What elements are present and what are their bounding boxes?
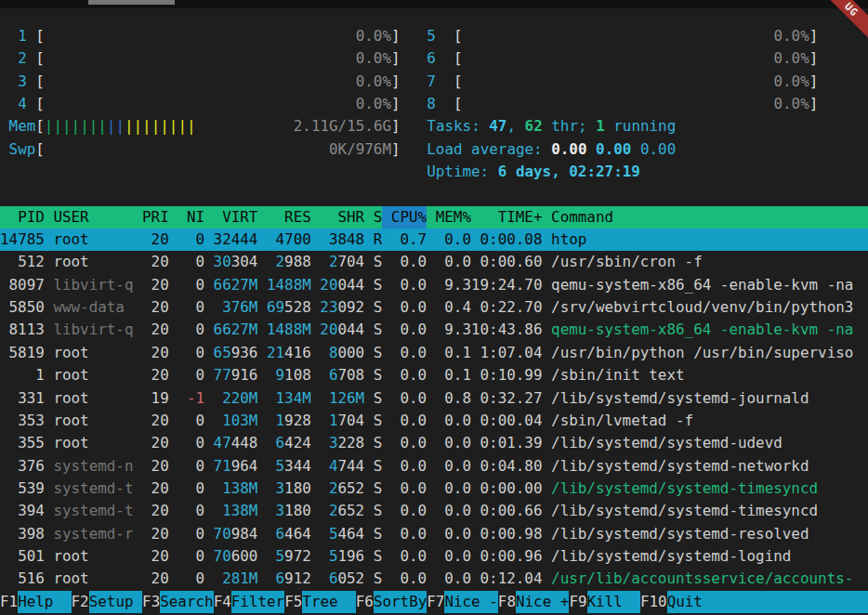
process-row-pid-512[interactable]: 512root2003030429882704S0.00.00:00.60/us…	[0, 251, 868, 273]
column-header-time[interactable]: TIME+	[471, 206, 543, 229]
fnkey-F4[interactable]: F4	[214, 591, 231, 613]
fnlabel-Tree[interactable]: Tree	[302, 591, 355, 613]
threads-count: 62	[525, 117, 543, 135]
process-row-pid-355[interactable]: 355root2004744864243228S0.00.00:01.39/li…	[0, 432, 868, 454]
column-header-pri[interactable]: PRI	[133, 206, 168, 229]
column-header-res[interactable]: RES	[257, 206, 310, 229]
fnkey-F8[interactable]: F8	[498, 591, 516, 613]
time-value: 0:00.66	[480, 502, 543, 519]
column-header-mem[interactable]: MEM%	[427, 206, 471, 229]
fnkey-F6[interactable]: F6	[356, 591, 374, 613]
fnkey-F9[interactable]: F9	[569, 591, 586, 613]
process-row-pid-539[interactable]: 539systemd-t200138M31802652S0.00.00:00.0…	[0, 478, 868, 500]
cmd-value: /lib/systemd/systemd-timesyncd	[551, 502, 818, 519]
cell-pri: 20	[133, 545, 168, 568]
column-header-cmd[interactable]: Command	[543, 206, 868, 229]
virt-high-part: 220M	[222, 389, 257, 407]
meter-open-bracket: [	[35, 140, 45, 158]
user-value: root	[53, 253, 88, 270]
fnlabel-Filter[interactable]: Filter	[231, 591, 284, 613]
shr-low-part: 744	[337, 457, 364, 475]
shr-high-part: 20	[320, 321, 337, 338]
cell-ni: 0	[169, 568, 204, 590]
cell-cmd: /lib/systemd/systemd-timesyncd	[543, 478, 868, 500]
cell-virt: 30304	[204, 251, 257, 273]
fnkey-F1[interactable]: F1	[0, 591, 18, 613]
cpu-value: 0.0	[400, 253, 427, 270]
cell-cpu: 0.0	[382, 410, 427, 432]
mem-value: 9.3	[444, 321, 471, 338]
process-row-pid-5850[interactable]: 5850www-data200376M6952823092S0.00.40:22…	[0, 296, 868, 319]
fnkey-F3[interactable]: F3	[142, 591, 160, 613]
mem-value: 0.0	[444, 230, 471, 248]
cell-pid: 501	[0, 545, 45, 568]
res-high-part: 6	[276, 525, 285, 543]
shr-low-part: 228	[337, 434, 364, 451]
scrollbar-thumb[interactable]	[88, 0, 175, 5]
cell-shr: 4744	[311, 455, 364, 478]
fnkey-F10[interactable]: F10	[640, 591, 667, 613]
process-row-pid-353[interactable]: 353root200103M19281704S0.00.00:00.04/sbi…	[0, 410, 868, 432]
s-value: S	[374, 502, 383, 519]
s-value: S	[374, 569, 383, 587]
fnlabel-Quit[interactable]: Quit	[667, 591, 868, 613]
process-row-pid-14785[interactable]: 14785root2003244447003848R0.70.00:00.08h…	[0, 229, 868, 251]
process-row-pid-398[interactable]: 398systemd-r2007098464645464S0.00.00:00.…	[0, 523, 868, 545]
pri-value: 20	[151, 276, 169, 294]
process-row-pid-1[interactable]: 1root2007791691086708S0.00.10:10.99/sbin…	[0, 364, 868, 386]
fnlabel-SortBy[interactable]: SortBy	[374, 591, 427, 613]
time-value: 0:00.96	[480, 547, 543, 565]
process-row-pid-376[interactable]: 376systemd-n2007196453444744S0.00.00:04.…	[0, 455, 868, 478]
cell-virt: 70984	[204, 523, 257, 545]
cell-shr: 2652	[311, 500, 364, 522]
cell-time: 0:00.96	[471, 545, 543, 568]
res-high-part: 5	[276, 547, 285, 565]
user-value: root	[53, 547, 88, 565]
cell-pid: 512	[0, 251, 45, 273]
fnkey-F5[interactable]: F5	[284, 591, 302, 613]
cpu-meter-label: 8	[427, 95, 436, 112]
column-header-ni[interactable]: NI	[169, 206, 204, 229]
cell-s: S	[364, 251, 382, 273]
process-row-pid-501[interactable]: 501root2007060059725196S0.00.00:00.96/li…	[0, 545, 868, 568]
column-header-pid[interactable]: PID	[0, 206, 45, 229]
fnlabel-Nice-+[interactable]: Nice +	[516, 591, 569, 613]
column-header-s[interactable]: S	[364, 206, 382, 229]
cmd-value: /lib/systemd/systemd-journald	[551, 389, 809, 407]
text-segment: ,	[506, 117, 524, 135]
shr-high-part: 20	[320, 276, 337, 294]
cell-time: 0:10.99	[471, 364, 543, 386]
process-row-pid-8097[interactable]: 8097libvirt-q2006627M1488M20044S0.09.319…	[0, 274, 868, 296]
fnlabel-Nice--[interactable]: Nice -	[444, 591, 497, 613]
cell-ni: 0	[169, 545, 204, 568]
fnlabel-Kill[interactable]: Kill	[587, 591, 640, 613]
column-header-cpu[interactable]: CPU%	[382, 206, 427, 229]
column-header-shr[interactable]: SHR	[311, 206, 364, 229]
cell-cmd: /sbin/lvmetad -f	[543, 410, 868, 432]
process-row-pid-394[interactable]: 394systemd-t200138M31802652S0.00.00:00.6…	[0, 500, 868, 522]
cell-cmd: /usr/bin/python /usr/bin/superviso	[543, 342, 868, 364]
process-row-pid-516[interactable]: 516root200281M69126052S0.00.00:12.04/usr…	[0, 568, 868, 590]
text-segment	[45, 95, 356, 112]
fnlabel-Setup[interactable]: Setup	[89, 591, 142, 613]
uptime-label: Uptime:	[427, 163, 498, 180]
cell-ni: 0	[169, 432, 204, 454]
pri-value: 20	[151, 366, 169, 384]
fnlabel-Search[interactable]: Search	[160, 591, 213, 613]
fnkey-F7[interactable]: F7	[427, 591, 444, 613]
process-row-pid-331[interactable]: 331root19-1220M134M126MS0.00.80:32.27/li…	[0, 387, 868, 410]
column-header-virt[interactable]: VIRT	[204, 206, 257, 229]
process-row-pid-8113[interactable]: 8113libvirt-q2006627M1488M20044S0.09.310…	[0, 319, 868, 341]
ni-value: 0	[195, 457, 204, 475]
pid-value: 353	[18, 412, 45, 429]
process-row-pid-5819[interactable]: 5819root20065936214168000S0.00.11:07.04/…	[0, 342, 868, 364]
cell-mem: 0.0	[427, 545, 471, 568]
window-top-strip	[0, 0, 868, 8]
cell-mem: 9.3	[427, 274, 471, 296]
ni-value: 0	[195, 253, 204, 270]
fnkey-F2[interactable]: F2	[72, 591, 89, 613]
fnlabel-Help[interactable]: Help	[18, 591, 71, 613]
pid-value: 14785	[0, 230, 45, 248]
column-header-user[interactable]: USER	[45, 206, 134, 229]
s-value: S	[374, 366, 383, 384]
